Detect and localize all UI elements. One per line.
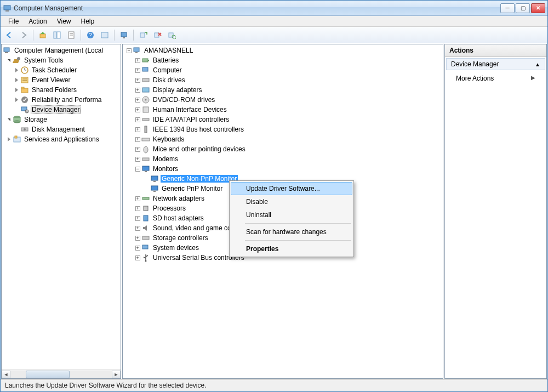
modem-icon bbox=[141, 155, 150, 163]
tree-reliability[interactable]: Reliability and Performa bbox=[2, 95, 121, 105]
uninstall-button[interactable] bbox=[151, 29, 164, 42]
tree-label: Task Scheduler bbox=[31, 66, 78, 74]
tree-disk-management[interactable]: Disk Management bbox=[2, 124, 121, 134]
tree-label: Keyboards bbox=[152, 135, 185, 143]
tree-task-scheduler[interactable]: Task Scheduler bbox=[2, 65, 121, 75]
svg-rect-47 bbox=[142, 88, 149, 92]
ctx-uninstall[interactable]: Uninstall bbox=[231, 208, 352, 221]
cat-disk-drives[interactable]: +Disk drives bbox=[123, 75, 443, 85]
cat-computer[interactable]: +Computer bbox=[123, 65, 443, 75]
expander-icon[interactable] bbox=[5, 118, 13, 121]
expand-icon[interactable]: + bbox=[134, 137, 141, 142]
horizontal-scrollbar[interactable]: ◄ ► bbox=[2, 370, 121, 378]
expand-icon[interactable]: + bbox=[134, 68, 141, 73]
actions-section[interactable]: Device Manager ▲ bbox=[446, 58, 545, 70]
expander-icon[interactable] bbox=[13, 78, 20, 82]
tree-services-apps[interactable]: Services and Applications bbox=[2, 134, 121, 144]
collapse-icon[interactable]: − bbox=[125, 48, 133, 53]
scroll-thumb[interactable] bbox=[26, 371, 70, 378]
menu-view[interactable]: View bbox=[53, 17, 76, 26]
tree-event-viewer[interactable]: Event Viewer bbox=[2, 75, 121, 85]
svg-rect-61 bbox=[153, 191, 156, 192]
expand-icon[interactable]: + bbox=[134, 98, 141, 103]
tree-storage[interactable]: Storage bbox=[2, 115, 121, 124]
tree-system-tools[interactable]: System Tools bbox=[2, 55, 121, 65]
expander-icon[interactable] bbox=[13, 98, 20, 102]
cat-display-adapters[interactable]: +Display adapters bbox=[123, 85, 443, 95]
back-button[interactable] bbox=[3, 29, 16, 42]
update-driver-button[interactable] bbox=[136, 29, 150, 42]
expand-icon[interactable]: + bbox=[134, 58, 141, 63]
scan-hardware-button[interactable] bbox=[165, 29, 178, 42]
clock-icon bbox=[20, 66, 29, 75]
title-bar: Computer Management ─ ▢ ✕ bbox=[1, 1, 547, 16]
expander-icon[interactable] bbox=[13, 68, 20, 72]
menu-action[interactable]: Action bbox=[24, 17, 51, 26]
cat-mice[interactable]: +Mice and other pointing devices bbox=[123, 144, 443, 154]
expand-icon[interactable]: + bbox=[134, 196, 141, 201]
close-button[interactable]: ✕ bbox=[531, 3, 545, 13]
ctx-scan[interactable]: Scan for hardware changes bbox=[231, 225, 352, 238]
up-button[interactable] bbox=[36, 29, 49, 42]
cat-dvd[interactable]: +DVD/CD-ROM drives bbox=[123, 95, 443, 105]
tree-shared-folders[interactable]: Shared Folders bbox=[2, 85, 121, 95]
expand-icon[interactable]: + bbox=[134, 78, 141, 83]
menu-file[interactable]: File bbox=[4, 17, 23, 26]
scroll-track[interactable] bbox=[10, 371, 112, 378]
storage-ctrl-icon bbox=[141, 234, 150, 242]
cat-monitors[interactable]: −Monitors bbox=[123, 164, 443, 174]
menu-help[interactable]: Help bbox=[77, 17, 99, 26]
scroll-left-arrow[interactable]: ◄ bbox=[2, 371, 10, 378]
svg-rect-3 bbox=[54, 32, 56, 38]
ctx-disable[interactable]: Disable bbox=[231, 195, 352, 208]
expand-icon[interactable]: + bbox=[134, 157, 141, 162]
tree-root-computer-management[interactable]: Computer Management (Local bbox=[2, 46, 121, 55]
device-icon-button[interactable] bbox=[117, 29, 130, 42]
cat-keyboards[interactable]: +Keyboards bbox=[123, 134, 443, 144]
expand-icon[interactable]: + bbox=[134, 236, 141, 241]
svg-text:?: ? bbox=[89, 32, 92, 38]
computer-icon bbox=[133, 46, 141, 55]
help-button[interactable]: ? bbox=[84, 29, 97, 42]
tree-device-manager[interactable]: Device Manager bbox=[2, 105, 121, 115]
expand-icon[interactable]: + bbox=[134, 246, 141, 251]
svg-rect-11 bbox=[121, 32, 127, 37]
show-hide-tree-button[interactable] bbox=[50, 29, 64, 42]
expand-icon[interactable]: + bbox=[134, 226, 141, 231]
forward-button[interactable] bbox=[17, 29, 30, 42]
svg-rect-21 bbox=[5, 52, 8, 53]
expander-icon[interactable] bbox=[13, 88, 20, 92]
expand-icon[interactable]: + bbox=[134, 127, 141, 132]
expand-icon[interactable]: + bbox=[134, 88, 141, 93]
more-actions-item[interactable]: More Actions ▶ bbox=[445, 71, 546, 86]
scroll-right-arrow[interactable]: ► bbox=[112, 371, 121, 378]
expander-icon[interactable] bbox=[5, 137, 13, 141]
actions-section-label: Device Manager bbox=[451, 60, 499, 68]
minimize-button[interactable]: ─ bbox=[500, 3, 515, 13]
computer-management-icon bbox=[3, 46, 12, 55]
collapse-icon[interactable]: ▲ bbox=[535, 61, 540, 67]
battery-icon bbox=[141, 56, 150, 65]
cat-hid[interactable]: +Human Interface Devices bbox=[123, 105, 443, 115]
expander-icon[interactable] bbox=[5, 59, 13, 62]
collapse-icon[interactable]: − bbox=[134, 167, 141, 172]
expand-icon[interactable]: + bbox=[134, 216, 141, 221]
tree-label: SD host adapters bbox=[152, 214, 205, 222]
cat-ieee1394[interactable]: +IEEE 1394 Bus host controllers bbox=[123, 124, 443, 134]
console-tree-pane[interactable]: Computer Management (Local System Tools … bbox=[1, 44, 121, 379]
cat-batteries[interactable]: +Batteries bbox=[123, 55, 443, 65]
maximize-button[interactable]: ▢ bbox=[516, 3, 530, 13]
device-root[interactable]: − AMANDASNELL bbox=[123, 46, 443, 55]
expand-icon[interactable]: + bbox=[134, 147, 141, 152]
expand-icon[interactable]: + bbox=[134, 107, 141, 112]
cat-modems[interactable]: +Modems bbox=[123, 154, 443, 164]
view-button[interactable] bbox=[98, 29, 111, 42]
properties-button[interactable] bbox=[65, 29, 78, 42]
ctx-update-driver[interactable]: Update Driver Software... bbox=[231, 182, 352, 195]
expand-icon[interactable]: + bbox=[134, 206, 141, 211]
expand-icon[interactable]: + bbox=[134, 117, 141, 122]
ctx-properties[interactable]: Properties bbox=[231, 242, 352, 255]
expand-icon[interactable]: + bbox=[134, 255, 141, 260]
svg-rect-60 bbox=[151, 186, 158, 190]
cat-ide[interactable]: +IDE ATA/ATAPI controllers bbox=[123, 115, 443, 124]
